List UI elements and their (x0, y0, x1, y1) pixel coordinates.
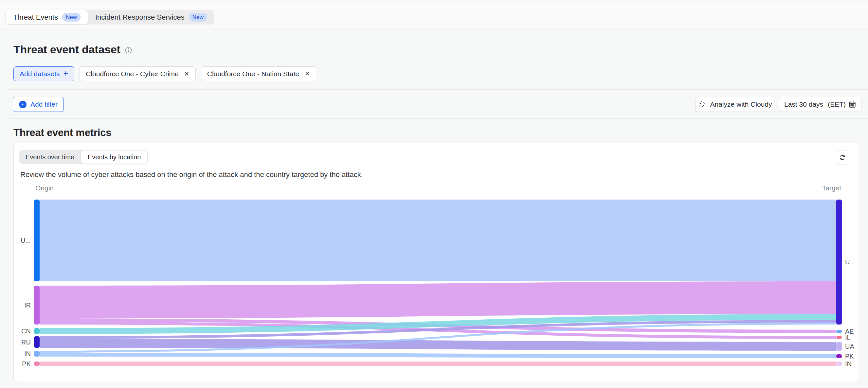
sankey-node-PK[interactable] (836, 354, 842, 358)
add-datasets-label: Add datasets (20, 70, 60, 78)
sparkles-icon (698, 100, 706, 108)
page-title: Threat event dataset (13, 43, 120, 56)
sankey-node-US[interactable] (836, 200, 842, 325)
add-filter-label: Add filter (30, 100, 58, 108)
sankey-link-IR-US[interactable] (40, 281, 836, 318)
sankey-node-IN[interactable] (34, 351, 40, 357)
sankey-node-label: IN (24, 350, 31, 357)
divider (9, 89, 868, 90)
sankey-node-CN[interactable] (34, 328, 40, 334)
info-icon[interactable] (125, 47, 132, 54)
page-tabbar: Threat Events New Incident Response Serv… (6, 10, 214, 25)
sankey-node-UA[interactable] (836, 342, 842, 351)
threat-events-page: Threat Events New Incident Response Serv… (0, 0, 868, 388)
sankey-chart: U...IRCNRUINPKU...AEILUAPKIN (14, 143, 860, 382)
tab-incident-response-label: Incident Response Services (95, 13, 185, 22)
sankey-node-US[interactable] (34, 200, 40, 281)
tab-incident-response-services[interactable]: Incident Response Services New (88, 10, 214, 25)
add-filter-button[interactable]: + Add filter (13, 97, 64, 112)
sankey-node-label: RU (21, 338, 31, 346)
new-badge: New (189, 13, 207, 22)
sankey-node-label: UA (845, 343, 854, 350)
sankey-link-US-US[interactable] (40, 200, 836, 281)
sankey-node-label: U... (21, 237, 31, 244)
sankey-node-IN[interactable] (836, 361, 842, 366)
metrics-section-title: Threat event metrics (13, 127, 111, 139)
tab-threat-events[interactable]: Threat Events New (6, 10, 88, 25)
sankey-node-IR[interactable] (34, 286, 40, 325)
sankey-link-PK-IN[interactable] (40, 361, 836, 366)
sankey-link-IN-PK[interactable] (40, 353, 836, 358)
timezone-label: (EET) (828, 100, 846, 108)
plus-icon: + (63, 69, 68, 78)
tab-threat-events-label: Threat Events (13, 13, 58, 22)
date-range-label: Last 30 days (784, 100, 825, 108)
sankey-node-RU[interactable] (34, 336, 40, 348)
dataset-chip-cyber-crime: Cloudforce One - Cyber Crime ✕ (80, 66, 196, 81)
datasets-row: Add datasets + Cloudforce One - Cyber Cr… (13, 66, 316, 81)
close-icon[interactable]: ✕ (305, 70, 310, 77)
sankey-node-IL[interactable] (836, 336, 842, 339)
sankey-node-label: IN (845, 360, 851, 367)
new-badge: New (62, 13, 81, 22)
sankey-node-label: PK (22, 360, 31, 367)
sankey-node-PK[interactable] (34, 361, 40, 366)
close-icon[interactable]: ✕ (184, 70, 189, 77)
sankey-link-RU-UA[interactable] (40, 339, 836, 351)
dataset-title-row: Threat event dataset (13, 43, 132, 56)
sankey-node-label: IR (24, 302, 31, 309)
analyze-with-cloudy-label: Analyze with Cloudy (710, 100, 772, 108)
plus-circle-icon: + (19, 101, 27, 108)
divider (9, 119, 868, 119)
dataset-chip-label: Cloudforce One - Nation State (207, 70, 299, 78)
sankey-node-label: CN (21, 327, 31, 335)
analyze-with-cloudy-button[interactable]: Analyze with Cloudy (695, 97, 774, 112)
metrics-card: Events over time Events by location Revi… (13, 143, 859, 382)
header-strip: Threat Events New Incident Response Serv… (0, 4, 868, 29)
sankey-node-label: IL (845, 334, 851, 341)
dataset-chip-label: Cloudforce One - Cyber Crime (86, 70, 179, 78)
sankey-node-label: PK (845, 353, 854, 360)
date-range-button[interactable]: Last 30 days (EET) (779, 97, 862, 112)
sankey-node-AE[interactable] (836, 330, 842, 333)
add-datasets-button[interactable]: Add datasets + (13, 66, 74, 81)
calendar-icon (848, 100, 856, 108)
dataset-chip-nation-state: Cloudforce One - Nation State ✕ (201, 66, 316, 81)
sankey-node-label: U... (845, 258, 855, 266)
